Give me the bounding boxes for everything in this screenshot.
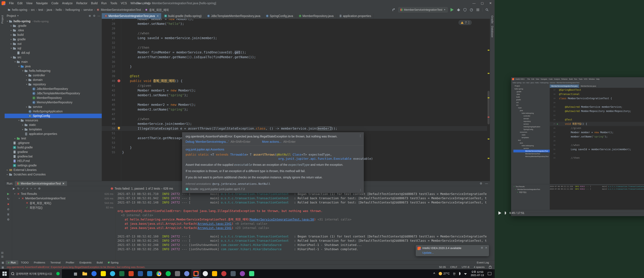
run-configuration-select[interactable]: MemberServiceIntegrationTest ▼ [398, 7, 448, 12]
mini-tree-item[interactable]: service [514, 123, 550, 125]
weather-widget[interactable]: 27°C [437, 272, 452, 275]
play-button[interactable] [498, 211, 501, 215]
project-tree-item[interactable]: MemberRepository [5, 96, 102, 100]
test-tree-item[interactable]: ▾✕Test Results626 ms [12, 192, 116, 196]
project-tree-item[interactable]: ▸build [5, 32, 102, 37]
coverage-button[interactable] [463, 8, 467, 12]
project-tree-item[interactable]: ▸domain [5, 78, 102, 82]
indent-style[interactable]: 4 spaces [474, 266, 484, 269]
mini-tree-item[interactable]: hello.hellospring [514, 112, 550, 115]
start-button[interactable] [0, 269, 9, 278]
menu-run[interactable]: Run [100, 0, 108, 6]
intention-bulb-icon[interactable] [116, 126, 122, 131]
maximize-button[interactable]: ▢ [478, 0, 486, 6]
code-line[interactable]: 44 [102, 98, 490, 102]
toolwindow-tab-profiler[interactable]: Profiler [63, 260, 77, 265]
tool-window-button-gradle[interactable]: Gradle [491, 15, 494, 23]
run-panel-header-icons[interactable]: ⚙— [480, 182, 488, 185]
editor-scrollbar[interactable] [487, 19, 490, 181]
mini-tree-item[interactable]: SpringConfig [514, 128, 550, 131]
taskbar-app-icon[interactable] [108, 269, 117, 278]
mini-tree-item[interactable]: gradle [514, 98, 550, 101]
project-panel-header-icons[interactable]: ⊕⚙— [89, 13, 100, 18]
run-side-toolbar[interactable]: ▶↻■⊘≣⚙ [5, 191, 12, 260]
tool-window-button-database[interactable]: Database [491, 26, 494, 37]
tool-window-switcher-icon[interactable]: ▦ [0, 261, 6, 264]
doc-class-name[interactable]: org.junit.jupiter.api.Assertions [186, 148, 360, 151]
mini-editor-tab[interactable]: MemberServiceIntegrationTest.java [550, 84, 579, 88]
project-tree-item[interactable]: ▸Scratches and Consoles [5, 172, 102, 177]
toolwindow-tab-build[interactable]: Build [94, 260, 105, 265]
tool-window-button-project[interactable]: Project [1, 15, 4, 23]
code-line[interactable]: 29 [102, 26, 490, 31]
toolwindow-tab-run[interactable]: ▶Run [6, 260, 18, 265]
code-line[interactable]: 49 memberService.join(member1); [102, 121, 490, 126]
project-tree-item[interactable]: ▸.idea [5, 28, 102, 32]
menu-edit[interactable]: Edit [16, 0, 24, 6]
close-tab-icon[interactable]: ✕ [157, 14, 159, 17]
toolwindow-tab-event-log[interactable]: Event Log [474, 261, 492, 264]
code-line[interactable]: 36 [102, 59, 490, 64]
profiler-button[interactable] [470, 8, 473, 12]
code-line[interactable]: 32 [102, 40, 490, 45]
taskbar-app-icon[interactable] [219, 269, 228, 278]
project-tree-item[interactable]: ▾java [5, 64, 102, 69]
kebab-menu-icon[interactable]: ⋮ [359, 134, 362, 138]
caret-position[interactable]: 50:35 [439, 266, 446, 269]
more-actions-link[interactable]: More actions... [262, 140, 282, 144]
toolwindow-tab-endpoints[interactable]: Endpoints [77, 260, 94, 265]
taskbar-clock[interactable]: 오후 12:53 2021-07-13 [469, 271, 486, 277]
kebab-menu-icon[interactable]: ⋮ [359, 188, 362, 192]
menu-refactor[interactable]: Refactor [74, 0, 89, 6]
test-failed-gutter-icon[interactable] [116, 78, 122, 83]
editor-tab[interactable]: build.gradle (hello-spring) [162, 13, 204, 19]
taskbar-app-icon[interactable] [90, 269, 99, 278]
breadcrumb-item[interactable]: hellospring [66, 8, 80, 11]
editor-tab[interactable]: MemberRepository.java [296, 13, 336, 19]
mini-tree-item[interactable]: build [514, 96, 550, 98]
code-line[interactable]: 28 member.setName("hello"); [102, 21, 490, 26]
stop-button[interactable] [476, 8, 480, 12]
taskbar-app-icon[interactable] [99, 269, 108, 278]
taskbar-app-icon[interactable] [117, 269, 126, 278]
project-tree-item[interactable]: MemoryMemberRepository [5, 100, 102, 105]
code-line[interactable]: 31 Long saveId = memberService.join(memb… [102, 36, 490, 40]
code-line[interactable]: 47 [102, 112, 490, 117]
stack-trace-link[interactable]: ArrayList.java:1541 [198, 222, 232, 225]
project-tree-item[interactable]: ▾hello-spring~\hello-spring [5, 19, 102, 23]
project-tree-item[interactable]: .gitignore [5, 141, 102, 145]
mini-tree-item[interactable]: java [514, 109, 550, 112]
mini-tree-item[interactable]: .gradle [514, 90, 550, 93]
code-line[interactable]: 39 @Test [102, 74, 490, 78]
menu-navigate[interactable]: Navigate [34, 0, 50, 6]
project-tree-item[interactable]: ▸gradle [5, 37, 102, 41]
mini-editor-tab[interactable]: MemberService.java [579, 84, 598, 88]
breadcrumb-item[interactable]: test [38, 8, 43, 11]
project-tree-item[interactable]: ▾repository [5, 82, 102, 87]
editor-tab[interactable]: SpringConfig.java [263, 13, 296, 19]
code-line[interactable]: 35 assertThat(member.getName()).isEqualT… [102, 55, 490, 59]
project-tree-item[interactable]: ▾hello.hellospring [5, 69, 102, 73]
inspections-widget[interactable]: 7 ˄˅ [458, 20, 472, 25]
scrollbar-thumb[interactable] [488, 91, 490, 124]
menu-vcs[interactable]: VCS [119, 0, 129, 6]
code-line[interactable]: 41 //given [102, 83, 490, 88]
menu-analyze[interactable]: Analyze [60, 0, 74, 6]
taskbar-app-icon[interactable] [182, 269, 192, 278]
code-line[interactable]: 30 //when [102, 31, 490, 36]
toolwindow-tab-spring[interactable]: Spring [105, 260, 121, 265]
taskbar-app-icon[interactable] [164, 269, 173, 278]
video-player[interactable]: IntelliJ IDEA File Edit View Navigate Co… [494, 0, 644, 278]
taskbar-app-icon[interactable] [136, 269, 145, 278]
editor-tab[interactable]: application.properties [336, 13, 374, 19]
tray-expand-icon[interactable]: ^ [432, 272, 437, 276]
toolwindow-tab-terminal[interactable]: Terminal [48, 260, 63, 265]
menu-view[interactable]: View [24, 0, 34, 6]
code-line[interactable]: 48 //when [102, 117, 490, 121]
mini-tree-item[interactable]: static [514, 133, 550, 136]
build-hammer-icon[interactable] [392, 8, 396, 12]
taskbar-app-icon[interactable] [126, 269, 136, 278]
mini-tree-item[interactable]: HelloSpringApplication [514, 125, 550, 128]
mini-tree-item[interactable]: resources [514, 131, 550, 133]
code-line[interactable]: 34 Member findMember = memberService.fin… [102, 50, 490, 55]
